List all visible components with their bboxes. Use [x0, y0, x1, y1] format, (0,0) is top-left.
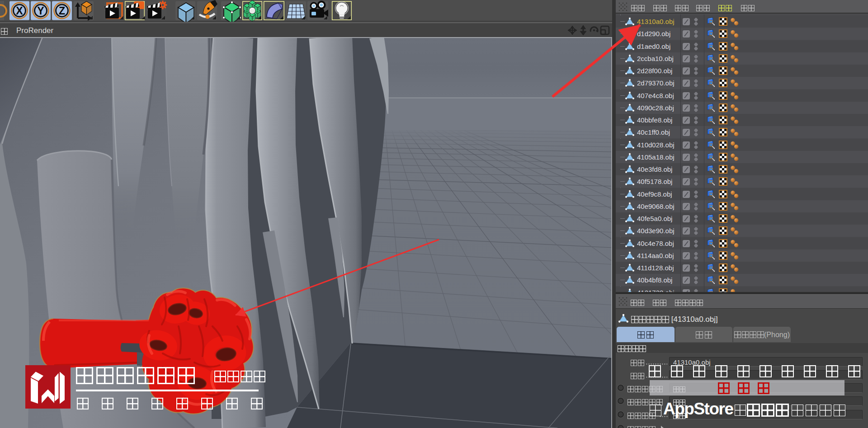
svg-text:Y: Y: [37, 5, 44, 17]
svg-text:X: X: [16, 5, 23, 17]
svg-text:Z: Z: [59, 5, 65, 17]
